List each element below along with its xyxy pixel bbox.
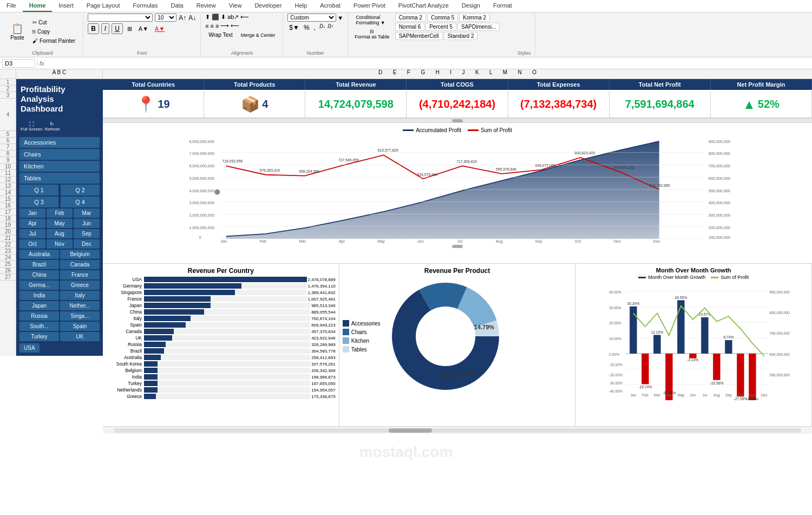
- filter-feb[interactable]: Feb: [47, 208, 73, 218]
- chart-scroll-handle[interactable]: [107, 245, 808, 248]
- filter-australia[interactable]: Australia: [19, 250, 59, 259]
- filter-jan[interactable]: Jan: [19, 208, 45, 218]
- tab-page-layout[interactable]: Page Layout: [80, 0, 127, 12]
- refresh-button[interactable]: ↻ Refresh: [44, 121, 60, 132]
- filter-mar[interactable]: Mar: [74, 208, 100, 218]
- filter-q4[interactable]: Q 4: [61, 197, 100, 207]
- tab-help[interactable]: Help: [289, 0, 314, 12]
- filter-belgium[interactable]: Belgium: [60, 250, 100, 259]
- increase-decimal-button[interactable]: .0↑: [326, 23, 333, 32]
- filter-italy[interactable]: Italy: [60, 291, 100, 300]
- chart-left-handle[interactable]: [214, 189, 220, 195]
- filter-q3[interactable]: Q 3: [19, 197, 58, 207]
- name-box[interactable]: [2, 59, 35, 68]
- scrollbar-track[interactable]: [114, 428, 801, 433]
- align-middle-icon[interactable]: ⬛: [212, 14, 219, 21]
- style-normal6[interactable]: Normal 6: [395, 23, 425, 31]
- wrap-text-button[interactable]: Wrap Text: [205, 31, 236, 39]
- paste-button[interactable]: 📋 Paste: [6, 21, 28, 42]
- copy-button[interactable]: ⎘ Copy: [29, 28, 78, 36]
- fill-color-button[interactable]: A▼: [136, 25, 150, 32]
- currency-button[interactable]: $▼: [287, 23, 301, 32]
- filter-canada[interactable]: Canada: [60, 260, 100, 269]
- tab-format[interactable]: Format: [487, 0, 519, 12]
- bold-button[interactable]: B: [88, 23, 99, 34]
- filter-greece[interactable]: Greece: [60, 281, 100, 290]
- style-percent5[interactable]: Percent 5: [425, 23, 456, 31]
- filter-kitchen[interactable]: Kitchen: [19, 161, 100, 172]
- indent-increase-icon[interactable]: ⟶: [220, 22, 229, 29]
- cut-button[interactable]: ✂ Cut: [29, 18, 78, 27]
- font-decrease-icon[interactable]: A↓: [188, 14, 196, 22]
- underline-button[interactable]: U: [112, 23, 123, 34]
- format-painter-button[interactable]: 🖌 Format Painter: [29, 37, 78, 45]
- style-sapdimensi[interactable]: SAPDimensi...: [457, 23, 500, 31]
- tab-design[interactable]: Design: [455, 0, 487, 12]
- scrollbar-thumb[interactable]: [389, 428, 432, 433]
- decrease-decimal-button[interactable]: .0↓: [318, 23, 325, 32]
- tab-review[interactable]: Review: [190, 0, 222, 12]
- italic-button[interactable]: I: [101, 23, 109, 34]
- filter-south-korea[interactable]: South...: [19, 322, 59, 331]
- merge-center-button[interactable]: Merge & Center: [238, 31, 279, 39]
- tab-power-pivot[interactable]: Power Pivot: [347, 0, 392, 12]
- filter-netherlands[interactable]: Nether...: [60, 301, 100, 310]
- filter-jun[interactable]: Jun: [74, 219, 100, 228]
- filter-accessories[interactable]: Accessories: [19, 137, 100, 148]
- font-size-select[interactable]: 10: [155, 14, 176, 22]
- tab-file[interactable]: File: [0, 0, 23, 12]
- filter-germany[interactable]: Germa...: [19, 281, 59, 290]
- filter-aug[interactable]: Aug: [47, 229, 73, 238]
- filter-chairs[interactable]: Chairs: [19, 149, 100, 160]
- align-top-icon[interactable]: ⬆: [205, 14, 210, 21]
- filter-china[interactable]: China: [19, 270, 59, 279]
- tab-data[interactable]: Data: [164, 0, 189, 12]
- filter-apr[interactable]: Apr: [19, 219, 45, 228]
- percent-button[interactable]: %: [302, 23, 311, 32]
- filter-dec[interactable]: Dec: [74, 239, 100, 249]
- tab-developer[interactable]: Developer: [248, 0, 288, 12]
- tab-insert[interactable]: Insert: [52, 0, 80, 12]
- filter-india[interactable]: India: [19, 291, 59, 300]
- style-sapmembercell[interactable]: SAPMemberCell: [395, 32, 443, 40]
- filter-brazil[interactable]: Brazil: [19, 260, 59, 269]
- comma-button[interactable]: ,: [312, 23, 317, 32]
- tab-pivotchart-analyze[interactable]: PivotChart Analyze: [392, 0, 455, 12]
- filter-jul[interactable]: Jul: [19, 229, 45, 238]
- filter-q1[interactable]: Q 1: [19, 185, 58, 195]
- tab-acrobat[interactable]: Acrobat: [313, 0, 347, 12]
- conditional-formatting-button[interactable]: ConditionalFormatting ▼: [352, 14, 391, 27]
- filter-usa[interactable]: USA: [19, 343, 40, 353]
- tab-home[interactable]: Home: [23, 0, 53, 12]
- font-increase-icon[interactable]: A↑: [179, 14, 186, 22]
- align-bottom-icon[interactable]: ⬇: [221, 14, 226, 21]
- filter-sep[interactable]: Sep: [74, 229, 100, 238]
- style-komma2[interactable]: Komma 2: [459, 14, 490, 22]
- font-color-button[interactable]: A▼: [153, 25, 167, 32]
- style-standard2[interactable]: Standard 2: [444, 32, 478, 40]
- format-as-table-button[interactable]: ⊟ Format as Table: [352, 28, 391, 41]
- align-center-icon[interactable]: ≡: [211, 23, 214, 29]
- filter-russia[interactable]: Russia: [19, 311, 59, 321]
- filter-may[interactable]: May: [47, 219, 73, 228]
- horizontal-scrollbar[interactable]: [103, 426, 812, 434]
- formula-input[interactable]: [47, 60, 810, 67]
- filter-uk[interactable]: UK: [60, 332, 100, 341]
- border-button[interactable]: ⊞: [125, 25, 134, 33]
- number-format-expand-icon[interactable]: ▼: [337, 15, 343, 21]
- indent-decrease2-icon[interactable]: ⟵: [231, 22, 239, 29]
- font-name-select[interactable]: [88, 14, 153, 22]
- style-comma5[interactable]: Comma 5: [427, 14, 458, 22]
- orientation-icon[interactable]: ab↗: [227, 14, 239, 21]
- filter-spain[interactable]: Spain: [60, 322, 100, 331]
- filter-oct[interactable]: Oct: [19, 239, 45, 249]
- number-format-select[interactable]: Custom: [287, 14, 336, 22]
- indent-decrease-icon[interactable]: ⟵: [240, 14, 249, 21]
- filter-japan[interactable]: Japan: [19, 301, 59, 310]
- filter-q2[interactable]: Q 2: [61, 185, 100, 195]
- scroll-handle-top[interactable]: [103, 119, 812, 123]
- filter-singapore[interactable]: Singa...: [60, 311, 100, 321]
- filter-turkey[interactable]: Turkey: [19, 332, 59, 341]
- tab-view[interactable]: View: [222, 0, 248, 12]
- align-left-icon[interactable]: ≡: [205, 23, 208, 29]
